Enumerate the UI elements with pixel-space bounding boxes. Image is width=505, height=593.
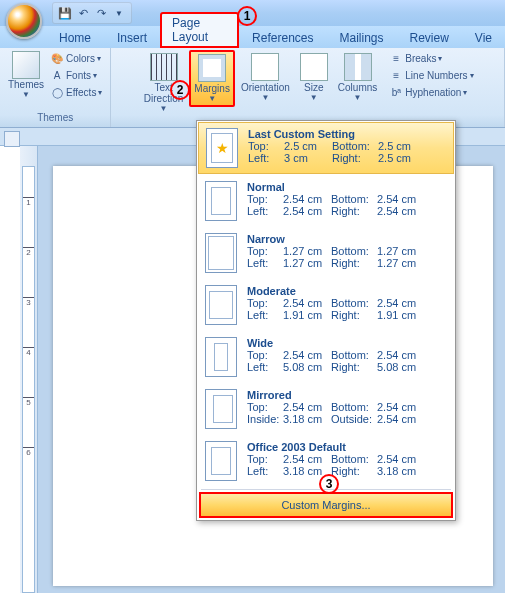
value: 2.54 cm: [377, 413, 425, 425]
undo-icon[interactable]: ↶: [75, 5, 91, 21]
margin-wide[interactable]: Wide Top:2.54 cmBottom:2.54 cm Left:5.08…: [197, 331, 455, 383]
ruler-tick: 2: [23, 247, 34, 257]
label: Inside:: [247, 413, 283, 425]
annotation-circle-1: 1: [237, 6, 257, 26]
margin-normal[interactable]: Normal Top:2.54 cmBottom:2.54 cm Left:2.…: [197, 175, 455, 227]
value: 2.54 cm: [283, 401, 331, 413]
tab-view[interactable]: Vie: [462, 27, 505, 48]
qat-more-icon[interactable]: ▼: [111, 5, 127, 21]
margin-narrow[interactable]: Narrow Top:1.27 cmBottom:1.27 cm Left:1.…: [197, 227, 455, 279]
custom-margins-button[interactable]: Custom Margins... 3: [199, 492, 453, 518]
ruler-tick: 3: [23, 297, 34, 307]
label: Bottom:: [331, 453, 377, 465]
margin-thumb-icon: [205, 389, 237, 429]
star-icon: ★: [216, 140, 229, 156]
margin-mirrored[interactable]: Mirrored Top:2.54 cmBottom:2.54 cm Insid…: [197, 383, 455, 435]
fonts-button[interactable]: AFonts▾: [48, 67, 104, 83]
label: Top:: [248, 140, 284, 152]
margins-button[interactable]: Margins ▼: [189, 50, 235, 107]
value: 2.54 cm: [283, 297, 331, 309]
label: Right:: [331, 257, 377, 269]
columns-button[interactable]: Columns▼: [334, 50, 381, 105]
label: Right:: [331, 205, 377, 217]
value: 1.91 cm: [283, 309, 331, 321]
value: 2.5 cm: [378, 152, 426, 164]
group-themes: Themes ▼ 🎨Colors▾ AFonts▾ ◯Effects▾ Them…: [0, 48, 111, 127]
orientation-button[interactable]: Orientation▼: [237, 50, 294, 105]
margin-last-custom[interactable]: ★ Last Custom Setting Top:2.5 cmBottom:2…: [198, 122, 454, 174]
value: 2.54 cm: [283, 349, 331, 361]
colors-button[interactable]: 🎨Colors▾: [48, 50, 104, 66]
label: Top:: [247, 453, 283, 465]
label: Top:: [247, 349, 283, 361]
value: 1.91 cm: [377, 309, 425, 321]
label: Bottom:: [331, 297, 377, 309]
label: Top:: [247, 297, 283, 309]
orientation-icon: [251, 53, 279, 81]
line-numbers-label: Line Numbers: [405, 70, 467, 81]
margin-thumb-icon: [205, 233, 237, 273]
ruler-corner[interactable]: [4, 131, 20, 147]
ruler-tick: 6: [23, 447, 34, 457]
fonts-label: Fonts: [66, 70, 91, 81]
value: 2.54 cm: [283, 193, 331, 205]
effects-label: Effects: [66, 87, 96, 98]
size-button[interactable]: Size▼: [296, 50, 332, 105]
value: 2.54 cm: [377, 401, 425, 413]
themes-button[interactable]: Themes ▼: [6, 50, 46, 100]
value: 1.27 cm: [283, 245, 331, 257]
margin-thumb-icon: [205, 181, 237, 221]
label: Top:: [247, 245, 283, 257]
size-label: Size: [304, 82, 323, 93]
colors-icon: 🎨: [50, 51, 64, 65]
value: 1.27 cm: [377, 245, 425, 257]
chevron-down-icon: ▼: [208, 94, 216, 103]
label: Bottom:: [332, 140, 378, 152]
label: Left:: [247, 257, 283, 269]
tab-review[interactable]: Review: [397, 27, 462, 48]
breaks-label: Breaks: [405, 53, 436, 64]
value: 3 cm: [284, 152, 332, 164]
label: Top:: [247, 401, 283, 413]
group-title-themes: Themes: [37, 110, 73, 125]
office-button[interactable]: [6, 3, 42, 39]
value: 2.54 cm: [283, 453, 331, 465]
breaks-button[interactable]: ≡Breaks▾: [387, 50, 475, 66]
themes-label: Themes: [8, 79, 44, 90]
margin-title: Narrow: [247, 233, 447, 245]
save-icon[interactable]: 💾: [57, 5, 73, 21]
tab-page-layout[interactable]: Page Layout: [160, 12, 239, 48]
label: Right:: [331, 465, 377, 477]
margins-dropdown: ★ Last Custom Setting Top:2.5 cmBottom:2…: [196, 120, 456, 521]
tab-home[interactable]: Home: [46, 27, 104, 48]
line-numbers-button[interactable]: ≡Line Numbers▾: [387, 67, 475, 83]
value: 3.18 cm: [377, 465, 425, 477]
colors-label: Colors: [66, 53, 95, 64]
breaks-icon: ≡: [389, 51, 403, 65]
hyphenation-button[interactable]: bªHyphenation▾: [387, 84, 475, 100]
value: 2.54 cm: [377, 205, 425, 217]
redo-icon[interactable]: ↷: [93, 5, 109, 21]
margin-moderate[interactable]: Moderate Top:2.54 cmBottom:2.54 cm Left:…: [197, 279, 455, 331]
value: 1.27 cm: [377, 257, 425, 269]
margin-title: Moderate: [247, 285, 447, 297]
label: Top:: [247, 193, 283, 205]
value: 2.5 cm: [284, 140, 332, 152]
ribbon-tabs: Home Insert Page Layout References Maili…: [0, 26, 505, 48]
ruler-tick: 4: [23, 347, 34, 357]
annotation-circle-3: 3: [319, 474, 339, 494]
ribbon: Themes ▼ 🎨Colors▾ AFonts▾ ◯Effects▾ Them…: [0, 48, 505, 128]
label: Bottom:: [331, 193, 377, 205]
label: Left:: [247, 465, 283, 477]
value: 1.27 cm: [283, 257, 331, 269]
tab-insert[interactable]: Insert: [104, 27, 160, 48]
margins-icon: [198, 54, 226, 82]
margin-title: Office 2003 Default: [247, 441, 447, 453]
tab-references[interactable]: References: [239, 27, 326, 48]
effects-button[interactable]: ◯Effects▾: [48, 84, 104, 100]
label: Left:: [247, 309, 283, 321]
quick-access-toolbar: 💾 ↶ ↷ ▼: [52, 2, 132, 24]
margin-title: Mirrored: [247, 389, 447, 401]
text-direction-icon: [150, 53, 178, 81]
tab-mailings[interactable]: Mailings: [326, 27, 396, 48]
